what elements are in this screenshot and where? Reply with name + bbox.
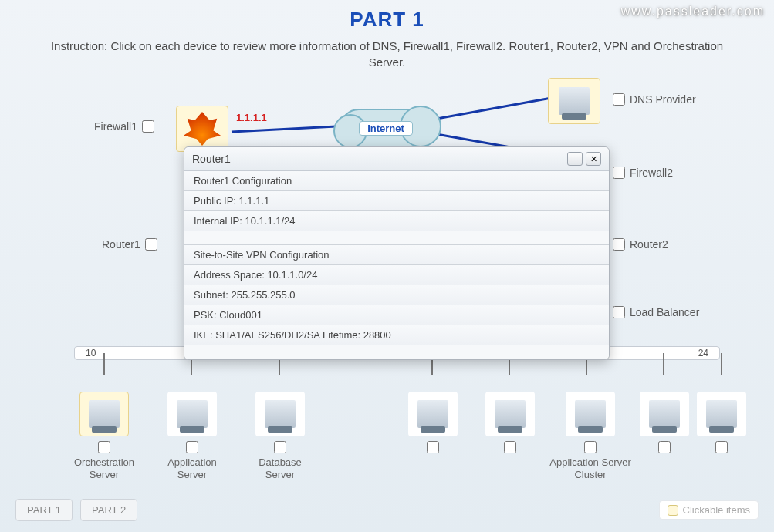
popup-row: Site-to-Site VPN Configuration: [184, 245, 609, 265]
app-server-checkbox[interactable]: [186, 441, 198, 453]
dns-provider-label[interactable]: DNS Provider: [613, 93, 696, 106]
popup-title: Router1: [192, 153, 231, 165]
popup-row: IKE: SHA1/AES256/DH2/SA Lifetime: 28800: [184, 325, 609, 345]
popup-row: Public IP: 1.1.1.1: [184, 191, 609, 211]
router1-label[interactable]: Router1: [102, 238, 157, 251]
popup-gap: [184, 345, 609, 359]
database-server-node[interactable]: Database Server: [247, 392, 313, 480]
popup-row: Router1 Configuration: [184, 171, 609, 191]
dns-provider-checkbox[interactable]: [613, 93, 625, 106]
node-label: Database Server: [247, 456, 313, 480]
clickable-items-legend: Clickable items: [659, 500, 759, 520]
part1-tab[interactable]: PART 1: [15, 499, 73, 521]
server-icon: [417, 400, 448, 428]
watermark-text: www.passleader.com: [621, 5, 765, 19]
application-server-node[interactable]: Application Server: [159, 392, 225, 480]
server-icon: [495, 400, 526, 428]
popup-titlebar[interactable]: Router1 – ✕: [184, 147, 609, 171]
fire-icon: [184, 112, 221, 146]
internet-label: Internet: [359, 121, 413, 136]
load-balancer-checkbox[interactable]: [613, 306, 625, 318]
node-label: Application Server: [159, 456, 225, 480]
part-tabs: PART 1 PART 2: [15, 499, 137, 521]
legend-text: Clickable items: [683, 504, 750, 516]
firewall1-ip: 1.1.1.1: [236, 112, 267, 123]
server-icon: [177, 400, 208, 428]
firewall1-device[interactable]: [176, 106, 228, 152]
router1-checkbox[interactable]: [145, 238, 157, 251]
firewall1-label[interactable]: Firewall1: [94, 120, 154, 133]
router1-popup[interactable]: Router1 – ✕ Router1 Configuration Public…: [184, 146, 610, 360]
server-icon: [89, 400, 120, 428]
popup-row: Subnet: 255.255.255.0: [184, 285, 609, 305]
node-label: Orchestration Server: [71, 456, 137, 480]
cluster-node-3[interactable]: Application Server Cluster: [540, 392, 640, 480]
popup-body: Router1 Configuration Public IP: 1.1.1.1…: [184, 171, 609, 359]
db-server-checkbox[interactable]: [274, 441, 286, 453]
cluster-node-5[interactable]: [688, 392, 755, 456]
cluster1-checkbox[interactable]: [427, 441, 439, 453]
load-balancer-label[interactable]: Load Balancer: [613, 306, 699, 318]
cluster5-checkbox[interactable]: [715, 441, 728, 453]
cluster2-checkbox[interactable]: [504, 441, 516, 453]
close-button[interactable]: ✕: [586, 152, 601, 166]
server-icon: [265, 400, 296, 428]
svg-line-1: [428, 97, 556, 120]
server-icon: [559, 87, 590, 115]
popup-row: Address Space: 10.1.1.0/24: [184, 265, 609, 285]
router2-label[interactable]: Router2: [613, 238, 668, 251]
node-label: Application Server Cluster: [540, 456, 640, 480]
part2-tab[interactable]: PART 2: [80, 499, 137, 521]
cluster-node-2[interactable]: [477, 392, 543, 456]
footer-bar: PART 1 PART 2 Clickable items: [15, 499, 759, 521]
instruction-text: Instruction: Click on each device to rev…: [46, 38, 728, 70]
cluster4-checkbox[interactable]: [658, 441, 671, 453]
cluster-node-1[interactable]: [400, 392, 466, 456]
router2-checkbox[interactable]: [613, 238, 625, 251]
popup-row: PSK: Cloud001: [184, 305, 609, 325]
firewall2-checkbox[interactable]: [613, 167, 625, 179]
server-icon: [649, 400, 680, 428]
server-icon: [706, 400, 737, 428]
firewall1-checkbox[interactable]: [142, 120, 154, 133]
cluster3-checkbox[interactable]: [584, 441, 597, 453]
firewall2-label[interactable]: Firewall2: [613, 167, 673, 179]
server-icon: [575, 400, 606, 428]
popup-gap: [184, 231, 609, 245]
orchestration-checkbox[interactable]: [98, 441, 110, 453]
minimize-button[interactable]: –: [567, 152, 583, 166]
popup-row: Internal IP: 10.1.1.1/24: [184, 211, 609, 231]
dns-provider-device[interactable]: [548, 78, 600, 124]
orchestration-server-node[interactable]: Orchestration Server: [71, 392, 137, 480]
legend-swatch: [668, 505, 678, 516]
internet-cloud: Internet: [340, 109, 432, 147]
